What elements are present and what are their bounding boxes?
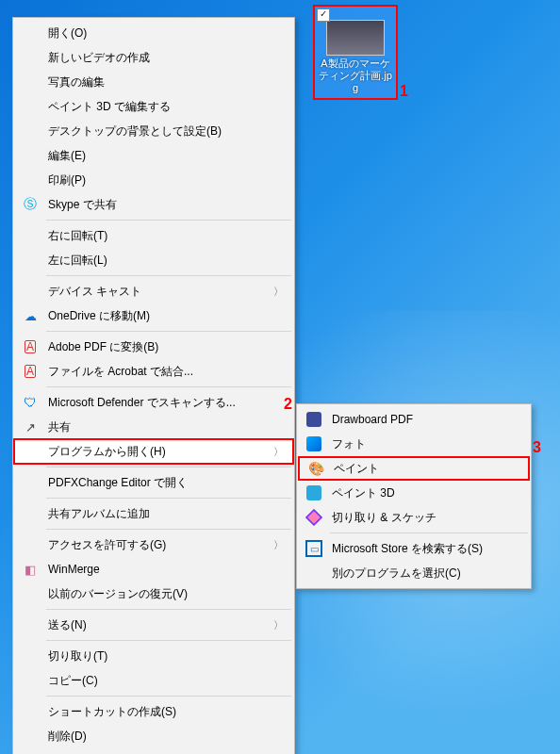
- callout-3: 3: [533, 439, 541, 456]
- share-icon: ↗: [22, 418, 39, 435]
- menu-item-edit-photo[interactable]: 写真の編集: [14, 70, 293, 94]
- menu-separator: [46, 609, 291, 610]
- submenu-item-snip[interactable]: 切り取り & スケッチ: [298, 505, 530, 530]
- submenu-item-paint3d[interactable]: ペイント 3D: [298, 481, 530, 505]
- submenu-item-drawboard[interactable]: Drawboard PDF: [298, 407, 530, 432]
- menu-separator: [46, 529, 291, 530]
- menu-item-delete[interactable]: 削除(D): [14, 724, 293, 748]
- menu-item-previous-versions[interactable]: 以前のバージョンの復元(V): [14, 582, 293, 606]
- snip-icon: [305, 509, 322, 526]
- menu-item-rotate-left[interactable]: 左に回転(L): [14, 248, 293, 272]
- menu-item-open-with[interactable]: プログラムから開く(H)〉: [14, 439, 293, 464]
- submenu-item-photos[interactable]: フォト: [298, 432, 530, 456]
- menu-item-winmerge[interactable]: ◧ WinMerge: [14, 557, 293, 582]
- menu-item-acrobat-combine[interactable]: A ファイルを Acrobat で結合...: [14, 359, 293, 384]
- callout-2: 2: [284, 396, 292, 413]
- file-name-label: A製品のマーケティング計画.jpg: [315, 57, 396, 94]
- store-icon: ▭: [305, 540, 322, 557]
- menu-item-set-wallpaper[interactable]: デスクトップの背景として設定(B): [14, 119, 293, 143]
- menu-separator: [46, 467, 291, 467]
- menu-item-share-album[interactable]: 共有アルバムに追加: [14, 501, 293, 526]
- file-thumbnail: [326, 20, 385, 56]
- submenu-item-store-search[interactable]: ▭ Microsoft Store を検索する(S): [298, 536, 530, 561]
- menu-separator: [46, 220, 291, 221]
- menu-item-onedrive-move[interactable]: ☁ OneDrive に移動(M): [14, 303, 293, 328]
- cloud-icon: ☁: [22, 307, 39, 324]
- photos-icon: [305, 435, 322, 452]
- context-menu-open-with: Drawboard PDF フォト 🎨 ペイント ペイント 3D 切り取り & …: [296, 403, 532, 589]
- menu-separator: [46, 275, 291, 276]
- shield-icon: 🛡: [22, 394, 39, 411]
- menu-item-print[interactable]: 印刷(P): [14, 168, 293, 192]
- menu-item-rotate-right[interactable]: 右に回転(T): [14, 223, 293, 248]
- desktop-file-selected[interactable]: ✓ A製品のマーケティング計画.jpg: [313, 5, 398, 100]
- menu-item-copy[interactable]: コピー(C): [14, 668, 293, 693]
- menu-separator: [330, 533, 528, 533]
- menu-separator: [46, 696, 291, 697]
- menu-item-open[interactable]: 開く(O): [14, 21, 293, 45]
- menu-separator: [46, 386, 291, 387]
- menu-item-device-cast[interactable]: デバイス キャスト〉: [14, 279, 293, 303]
- drawboard-icon: [305, 411, 322, 428]
- menu-item-adobe-pdf[interactable]: A Adobe PDF に変換(B): [14, 335, 293, 359]
- menu-item-send-to[interactable]: 送る(N)〉: [14, 613, 293, 637]
- desktop: ✓ A製品のマーケティング計画.jpg 1 開く(O) 新しいビデオの作成 写真…: [0, 0, 560, 754]
- menu-item-cut[interactable]: 切り取り(T): [14, 644, 293, 668]
- paint-icon: 🎨: [307, 460, 324, 477]
- paint3d-icon: [305, 484, 322, 501]
- menu-item-edit[interactable]: 編集(E): [14, 143, 293, 168]
- chevron-right-icon: 〉: [273, 445, 284, 459]
- context-menu-primary: 開く(O) 新しいビデオの作成 写真の編集 ペイント 3D で編集する デスクト…: [12, 17, 295, 754]
- menu-item-skype-share[interactable]: Ⓢ Skype で共有: [14, 192, 293, 217]
- menu-item-share[interactable]: ↗ 共有: [14, 415, 293, 439]
- menu-item-paint3d-edit[interactable]: ペイント 3D で編集する: [14, 94, 293, 119]
- chevron-right-icon: 〉: [273, 618, 284, 632]
- menu-item-create-shortcut[interactable]: ショートカットの作成(S): [14, 699, 293, 724]
- adobe-pdf-icon: A: [22, 338, 39, 355]
- chevron-right-icon: 〉: [273, 285, 284, 299]
- menu-item-new-video[interactable]: 新しいビデオの作成: [14, 45, 293, 70]
- acrobat-combine-icon: A: [22, 363, 39, 380]
- menu-item-rename[interactable]: 名前の変更(M): [14, 748, 293, 754]
- file-checkbox[interactable]: ✓: [317, 8, 330, 22]
- menu-separator: [46, 498, 291, 499]
- skype-icon: Ⓢ: [22, 196, 39, 213]
- submenu-item-paint[interactable]: 🎨 ペイント: [298, 456, 530, 481]
- menu-separator: [46, 640, 291, 641]
- menu-item-grant-access[interactable]: アクセスを許可する(G)〉: [14, 533, 293, 557]
- menu-item-pdfxchange-open[interactable]: PDFXChange Editor で開く: [14, 470, 293, 495]
- chevron-right-icon: 〉: [273, 538, 284, 552]
- menu-separator: [46, 331, 291, 332]
- submenu-item-choose-other[interactable]: 別のプログラムを選択(C): [298, 561, 530, 585]
- callout-1: 1: [400, 83, 408, 100]
- menu-item-defender-scan[interactable]: 🛡 Microsoft Defender でスキャンする...: [14, 390, 293, 415]
- winmerge-icon: ◧: [22, 561, 39, 578]
